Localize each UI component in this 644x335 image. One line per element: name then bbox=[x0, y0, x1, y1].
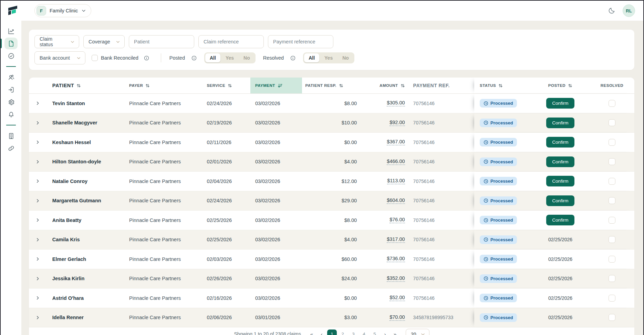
resolved-checkbox[interactable] bbox=[609, 217, 615, 224]
column-header-payer[interactable]: PAYER bbox=[124, 78, 202, 93]
column-header-payment[interactable]: PAYMENT bbox=[250, 78, 302, 93]
info-icon[interactable] bbox=[144, 55, 149, 61]
confirm-button[interactable]: Confirm bbox=[546, 137, 574, 148]
confirm-button[interactable]: Confirm bbox=[546, 98, 574, 109]
confirm-button[interactable]: Confirm bbox=[546, 176, 574, 186]
expand-row-button[interactable] bbox=[33, 313, 43, 322]
amount-value[interactable]: $70.00 bbox=[389, 314, 405, 321]
expand-row-button[interactable] bbox=[33, 293, 43, 303]
resolved-checkbox[interactable] bbox=[609, 197, 615, 204]
user-avatar[interactable]: RL bbox=[623, 4, 635, 17]
confirm-button[interactable]: Confirm bbox=[546, 195, 574, 206]
patient-filter-input[interactable] bbox=[129, 35, 194, 48]
prev-page-button[interactable]: ‹ bbox=[317, 329, 326, 335]
sidebar-item-claims-document[interactable] bbox=[1, 37, 21, 50]
payment-reference-filter-input[interactable] bbox=[268, 35, 333, 48]
status-badge: Processed bbox=[480, 235, 517, 244]
sidebar-item-tasks-check-circle[interactable] bbox=[1, 50, 21, 62]
confirm-button[interactable]: Confirm bbox=[546, 156, 574, 167]
resolved-checkbox[interactable] bbox=[609, 119, 615, 126]
payment-ref-cell: 70756146 bbox=[408, 250, 474, 269]
next-page-button[interactable]: › bbox=[381, 329, 389, 335]
column-header-posted[interactable]: POSTED bbox=[531, 78, 590, 93]
expand-row-button[interactable] bbox=[33, 235, 43, 244]
claim-status-select[interactable]: Claim status bbox=[34, 35, 79, 48]
amount-value[interactable]: $736.00 bbox=[387, 256, 405, 262]
resolved-checkbox[interactable] bbox=[609, 314, 615, 321]
status-badge: Processed bbox=[480, 294, 517, 302]
resolved-option-yes[interactable]: Yes bbox=[320, 53, 337, 62]
claim-reference-filter-input[interactable] bbox=[198, 35, 264, 48]
amount-value[interactable]: $52.00 bbox=[389, 295, 405, 301]
bank-reconciled-checkbox-group[interactable]: Bank Reconciled bbox=[92, 55, 153, 61]
coverage-select[interactable]: Coverage bbox=[83, 35, 125, 48]
confirm-button[interactable]: Confirm bbox=[546, 215, 574, 225]
amount-value[interactable]: $305.00 bbox=[387, 100, 405, 106]
posted-option-no[interactable]: No bbox=[239, 53, 255, 62]
page-size-select[interactable]: 20 bbox=[406, 329, 429, 335]
expand-row-button[interactable] bbox=[33, 118, 43, 128]
expand-row-button[interactable] bbox=[33, 99, 43, 108]
resolved-option-all[interactable]: All bbox=[304, 53, 319, 62]
sidebar-item-patients-users[interactable] bbox=[1, 71, 21, 83]
amount-value[interactable]: $113.00 bbox=[387, 178, 405, 184]
page-button-1[interactable]: 1 bbox=[327, 329, 337, 335]
table-row: Tevin StantonPinnacle Care Partners02/24… bbox=[29, 94, 634, 113]
page-button-4[interactable]: 4 bbox=[359, 329, 369, 335]
first-page-button[interactable]: « bbox=[307, 329, 316, 335]
theme-toggle-button[interactable] bbox=[605, 4, 618, 17]
page-button-2[interactable]: 2 bbox=[338, 329, 347, 335]
sidebar-item-analytics-chart[interactable] bbox=[1, 25, 21, 37]
resolved-checkbox[interactable] bbox=[609, 158, 615, 165]
payment-date-cell: 03/02/2026 bbox=[250, 288, 302, 308]
last-page-button[interactable]: » bbox=[391, 329, 399, 335]
amount-value[interactable]: $367.00 bbox=[387, 139, 405, 145]
resolved-checkbox[interactable] bbox=[609, 139, 615, 146]
posted-date: 02/25/2026 bbox=[548, 276, 572, 281]
sidebar-item-settings-gear[interactable] bbox=[1, 96, 21, 108]
resolved-checkbox[interactable] bbox=[609, 256, 615, 263]
amount-value[interactable]: $604.00 bbox=[387, 197, 405, 204]
column-header-presp[interactable]: PATIENT RESP. bbox=[302, 78, 360, 93]
payment-date-cell: 03/02/2026 bbox=[250, 152, 302, 172]
posted-option-all[interactable]: All bbox=[205, 53, 220, 62]
expand-row-button[interactable] bbox=[33, 157, 43, 166]
expand-row-button[interactable] bbox=[33, 176, 43, 186]
org-switcher[interactable]: F Family Clinic bbox=[34, 4, 91, 17]
amount-value[interactable]: $317.00 bbox=[387, 236, 405, 243]
amount-value[interactable]: $76.00 bbox=[389, 217, 405, 223]
confirm-button[interactable]: Confirm bbox=[546, 118, 574, 128]
expand-row-button[interactable] bbox=[33, 196, 43, 205]
service-date-cell: 02/24/2026 bbox=[202, 94, 250, 113]
column-header-status[interactable]: STATUS bbox=[474, 78, 531, 93]
resolved-checkbox[interactable] bbox=[609, 178, 615, 185]
sidebar-item-notifications-bell[interactable] bbox=[1, 108, 21, 121]
info-icon[interactable] bbox=[191, 55, 197, 61]
column-header-service[interactable]: SERVICE bbox=[202, 78, 250, 93]
sidebar-item-organization-building[interactable] bbox=[1, 130, 21, 142]
expand-row-button[interactable] bbox=[33, 254, 43, 264]
amount-cell: $305.00 bbox=[360, 94, 408, 113]
resolved-checkbox[interactable] bbox=[609, 236, 615, 243]
bank-reconciled-checkbox[interactable] bbox=[92, 55, 98, 61]
expand-row-button[interactable] bbox=[33, 138, 43, 147]
resolved-checkbox[interactable] bbox=[609, 295, 615, 302]
chevron-right-icon bbox=[35, 237, 40, 242]
resolved-checkbox[interactable] bbox=[609, 100, 615, 107]
posted-option-yes[interactable]: Yes bbox=[221, 53, 238, 62]
column-header-amount[interactable]: AMOUNT bbox=[360, 78, 408, 93]
amount-value[interactable]: $466.00 bbox=[387, 159, 405, 165]
resolved-option-no[interactable]: No bbox=[338, 53, 353, 62]
sidebar-item-intake-import[interactable] bbox=[1, 83, 21, 96]
page-button-3[interactable]: 3 bbox=[349, 329, 358, 335]
amount-value[interactable]: $352.00 bbox=[387, 275, 405, 282]
expand-row-button[interactable] bbox=[33, 274, 43, 283]
sidebar-item-integrations-link[interactable] bbox=[1, 142, 21, 154]
info-icon[interactable] bbox=[290, 55, 295, 61]
resolved-checkbox[interactable] bbox=[609, 275, 615, 282]
bank-account-select[interactable]: Bank account bbox=[34, 51, 85, 64]
expand-row-button[interactable] bbox=[33, 215, 43, 225]
amount-value[interactable]: $92.00 bbox=[389, 120, 405, 126]
column-header-patient[interactable]: PATIENT bbox=[47, 78, 124, 93]
page-button-5[interactable]: 5 bbox=[370, 329, 380, 335]
